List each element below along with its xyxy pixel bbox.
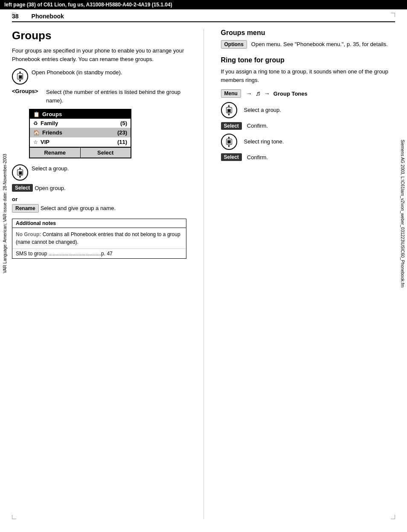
select-action-text: Open group. [35, 184, 65, 193]
top-bar-text: left page (38) of C61 Lion, fug us, A310… [4, 2, 172, 8]
groups-heading: Groups [12, 29, 186, 42]
phone-screen-buttons: Rename Select [30, 147, 131, 158]
arrow1: → [246, 90, 252, 97]
rt-select1-row: Select Confirm. [221, 122, 395, 130]
vip-label: VIP [41, 139, 117, 145]
step1-text: Open Phonebook (in standby mode). [32, 68, 122, 77]
no-group-label: No Group: [16, 231, 41, 237]
screen-row-friends: 🏠 Friends (23) [30, 128, 131, 137]
right-column: Groups menu Options Open menu. See "Phon… [221, 29, 395, 519]
options-btn[interactable]: Options [221, 40, 247, 49]
page-number: 38 [12, 13, 19, 20]
music-icon: ♬ [256, 90, 261, 97]
step1-row: ▣ Open Phonebook (in standby mode). [12, 68, 186, 85]
notes-body: No Group: Contains all Phonebook entries… [12, 228, 186, 248]
groups-intro: Four groups are specified in your phone … [12, 47, 186, 63]
phone-screen-title: Groups [42, 111, 62, 117]
friends-label: Friends [42, 129, 117, 136]
arrow2: → [264, 90, 270, 97]
rename-row: Rename Select and give group a name. [12, 204, 186, 213]
nav-icon-inner-rt2: ▣ [226, 139, 232, 145]
ring-tone-heading: Ring tone for group [221, 56, 395, 64]
select-screen-btn[interactable]: Select [81, 148, 131, 158]
step2-row: <Groups> Select (the number of entries i… [12, 88, 186, 105]
menu-btn[interactable]: Menu [221, 89, 241, 98]
side-label-right: Siemens AG 2003, L:\C61lam_v2\von_weber_… [398, 21, 407, 406]
options-row: Options Open menu. See "Phonebook menu."… [221, 40, 395, 49]
vip-icon: ☆ [33, 139, 38, 145]
rt-step2-row: ▣ Select ring tone. [221, 134, 395, 150]
page-section-title: Phonebook [32, 13, 64, 20]
nav-icon-rt2: ▣ [221, 134, 237, 150]
options-text: Open menu. See "Phonebook menu.", p. 35,… [251, 40, 388, 49]
friends-icon: 🏠 [33, 130, 40, 136]
or-line: or [12, 196, 186, 202]
groups-screen-icon: 📋 [33, 111, 40, 117]
column-divider [204, 29, 204, 519]
ring-tone-intro: If you assign a ring tone to a group, it… [221, 67, 395, 84]
nav-icon-step3: ▣ [12, 164, 28, 181]
nav-icon-rt1: ▣ [221, 102, 237, 118]
notes-header: Additional notes [12, 219, 186, 228]
step2-text: Select (the number of entries is listed … [46, 88, 186, 105]
top-bar: left page (38) of C61 Lion, fug us, A310… [0, 0, 407, 9]
two-columns: Groups Four groups are specified in your… [12, 29, 395, 519]
select-btn-label[interactable]: Select [12, 184, 33, 192]
groups-key-label: <Groups> [12, 88, 46, 94]
groups-menu-heading: Groups menu [221, 29, 395, 37]
screen-row-family: ♻ Family (5) [30, 119, 131, 128]
rt-step1-text: Select a group. [244, 106, 281, 114]
nav-icon-inner-rt1: ▣ [226, 107, 232, 113]
menu-arrow-row: Menu → ♬ → Group Tones [221, 89, 395, 98]
page-header: 38 Phonebook [12, 13, 395, 22]
sms-row: SMS to group ...........................… [12, 248, 186, 258]
rename-action-text: Select and give group a name. [41, 204, 116, 213]
phone-screen-header: 📋 Groups [30, 110, 131, 119]
rename-btn-label[interactable]: Rename [12, 204, 39, 213]
rt-step2-text: Select ring tone. [244, 137, 284, 146]
rt-select1-btn[interactable]: Select [221, 122, 242, 130]
rt-step1-row: ▣ Select a group. [221, 102, 395, 118]
rename-screen-btn[interactable]: Rename [30, 148, 81, 158]
nav-icon-inner-3: ▣ [17, 170, 23, 175]
side-label-left: VAR Language: American; VAR issue date: … [0, 21, 9, 406]
friends-count: (23) [117, 129, 127, 136]
family-icon: ♻ [33, 120, 38, 126]
rt-confirm1-text: Confirm. [247, 122, 268, 130]
screen-row-vip: ☆ VIP (11) [30, 137, 131, 147]
step3-text: Select a group. [32, 164, 69, 173]
family-count: (5) [120, 120, 127, 126]
phone-screen: 📋 Groups ♻ Family (5) 🏠 Friends (23) ☆ V… [29, 109, 131, 158]
nav-icon-step1: ▣ [12, 68, 28, 85]
nav-icon-inner: ▣ [17, 73, 23, 79]
step3-row: ▣ Select a group. [12, 164, 186, 181]
family-label: Family [41, 120, 120, 126]
notes-box: Additional notes No Group: Contains all … [12, 219, 186, 259]
vip-count: (11) [117, 139, 127, 145]
rt-select2-row: Select Confirm. [221, 153, 395, 162]
group-tones-label: Group Tones [273, 91, 308, 97]
select-row: Select Open group. [12, 184, 186, 193]
left-column: Groups Four groups are specified in your… [12, 29, 186, 519]
main-content: 38 Phonebook Groups Four groups are spec… [12, 13, 395, 519]
rt-select2-btn[interactable]: Select [221, 153, 242, 161]
rt-confirm2-text: Confirm. [247, 153, 268, 162]
